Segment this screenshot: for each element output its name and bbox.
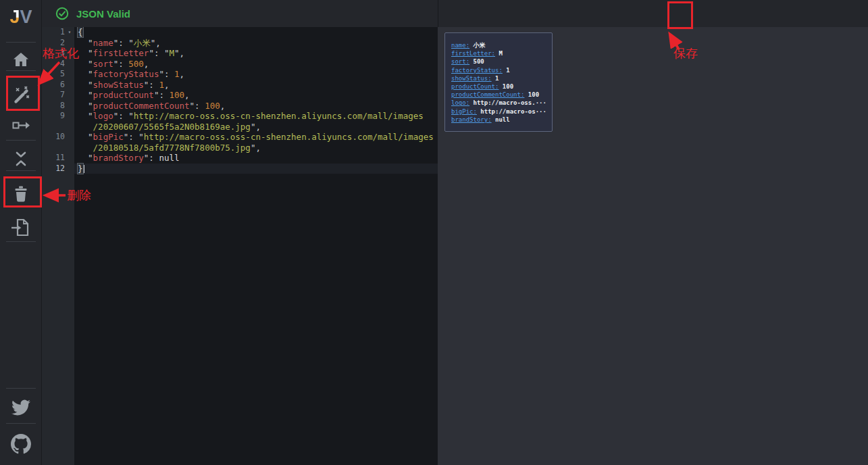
editor-code[interactable]: { "name": "小米", "firstLetter": "M", "sor…: [74, 27, 438, 465]
node-entry-value: 100: [524, 91, 539, 98]
sidebar-divider: [6, 423, 36, 424]
code-line[interactable]: "logo": "http://macro-oss.oss-cn-shenzhe…: [74, 111, 438, 122]
node-entry: name: 小米: [451, 41, 546, 49]
code-line[interactable]: "firstLetter": "M",: [74, 48, 438, 59]
graph-node[interactable]: name: 小米firstLetter: Msort: 500factorySt…: [444, 32, 553, 132]
code-line[interactable]: "bigPic": "http://macro-oss.oss-cn-shenz…: [74, 132, 438, 143]
sidebar-divider: [6, 42, 36, 43]
graph-toolbar: [438, 0, 868, 27]
node-entry-value: 100: [499, 83, 513, 90]
line-number: 2: [42, 38, 74, 49]
code-line[interactable]: "productCommentCount": 100,: [74, 101, 438, 112]
node-entry-key: sort:: [451, 58, 469, 65]
line-number: 4: [42, 59, 74, 70]
line-number: [42, 122, 74, 132]
node-entry-value: 1: [503, 67, 510, 74]
line-number: 1▾: [42, 27, 74, 38]
node-entry: sort: 500: [451, 57, 546, 66]
clear-trash-icon: [11, 184, 30, 204]
line-number: 8: [42, 101, 74, 112]
sidebar: JV: [0, 0, 42, 465]
github-link[interactable]: [9, 432, 33, 456]
node-entry-value: http://macro-oss.···: [469, 99, 546, 106]
collapse-nodes-button[interactable]: [9, 147, 33, 171]
node-entry: firstLetter: M: [451, 49, 546, 57]
app-logo[interactable]: JV: [0, 7, 42, 28]
node-entry-key: name:: [451, 42, 469, 49]
github-icon: [11, 434, 31, 454]
code-line[interactable]: }: [74, 164, 438, 174]
import-icon: [11, 217, 31, 239]
line-number: 6: [42, 80, 74, 91]
code-line[interactable]: "showStatus": 1,: [74, 80, 438, 91]
line-number: 3: [42, 48, 74, 59]
node-entry-value: 小米: [469, 42, 485, 49]
node-entry-value: 500: [469, 58, 484, 65]
code-line[interactable]: "factoryStatus": 1,: [74, 69, 438, 80]
node-entry: productCount: 100: [451, 82, 546, 91]
code-line[interactable]: /20200607/5565f5a2N0b8169ae.jpg",: [74, 122, 438, 132]
line-number: 12: [42, 164, 74, 174]
collapse-nodes-icon: [11, 149, 30, 169]
logo-letter-j: J: [9, 7, 20, 27]
code-line[interactable]: "sort": 500,: [74, 59, 438, 70]
node-entry: logo: http://macro-oss.···: [451, 99, 546, 107]
line-number: 10: [42, 132, 74, 143]
import-json-button[interactable]: [9, 216, 33, 240]
fold-arrow-icon[interactable]: ▾: [65, 27, 74, 38]
validation-status: JSON Valid: [76, 8, 130, 20]
format-button[interactable]: [9, 82, 33, 107]
sidebar-divider: [6, 241, 36, 242]
editor-header: JSON Valid: [42, 0, 438, 27]
node-entry: productCommentCount: 100: [451, 91, 546, 99]
editor-gutter: 1▾23456789101112: [42, 27, 74, 465]
node-entry-key: factoryStatus:: [451, 67, 503, 74]
node-entry-key: bigPic:: [451, 108, 477, 115]
line-number: 7: [42, 90, 74, 101]
sidebar-divider: [6, 170, 36, 171]
line-number: [42, 143, 74, 153]
code-line[interactable]: /20180518/5afd7778Nf7800b75.jpg",: [74, 143, 438, 153]
text-cursor: [84, 165, 84, 173]
code-line[interactable]: "brandStory": null: [74, 153, 438, 164]
node-entry-key: productCount:: [451, 83, 499, 90]
app-window: JV: [0, 0, 868, 465]
graph-direction-button[interactable]: [9, 114, 33, 138]
format-wand-icon: [11, 84, 31, 105]
home-button[interactable]: [9, 47, 33, 72]
node-entry: factoryStatus: 1: [451, 66, 546, 74]
twitter-icon: [11, 398, 30, 417]
node-entry-value: null: [492, 116, 510, 123]
sidebar-divider: [6, 70, 36, 71]
check-circle-icon: [55, 7, 69, 20]
line-number: 5: [42, 69, 74, 80]
json-editor[interactable]: 1▾23456789101112 { "name": "小米", "firstL…: [42, 27, 438, 465]
line-number: 9: [42, 111, 74, 122]
code-line[interactable]: "productCount": 100,: [74, 90, 438, 101]
sidebar-divider: [6, 388, 36, 389]
home-icon: [11, 50, 30, 69]
sidebar-divider: [6, 140, 36, 141]
graph-direction-icon: [11, 116, 31, 136]
node-entry-key: productCommentCount:: [451, 91, 524, 98]
node-entry-value: M: [495, 50, 503, 57]
node-entry-value: 1: [492, 75, 499, 82]
node-entry-key: logo:: [451, 99, 469, 106]
node-entry: showStatus: 1: [451, 74, 546, 82]
node-entry-key: firstLetter:: [451, 50, 495, 57]
node-entry-value: http://macro-os···: [477, 108, 546, 115]
line-number: 11: [42, 153, 74, 164]
logo-letter-v: V: [20, 7, 32, 27]
node-entry: brandStory: null: [451, 116, 546, 124]
clear-json-button[interactable]: [9, 182, 33, 206]
node-entry-key: brandStory:: [451, 116, 492, 123]
graph-canvas[interactable]: name: 小米firstLetter: Msort: 500factorySt…: [438, 27, 868, 465]
node-entry: bigPic: http://macro-os···: [451, 107, 546, 116]
node-entry-key: showStatus:: [451, 75, 492, 82]
code-line[interactable]: "name": "小米",: [74, 38, 438, 49]
code-line[interactable]: {: [74, 27, 438, 38]
twitter-link[interactable]: [9, 395, 33, 420]
